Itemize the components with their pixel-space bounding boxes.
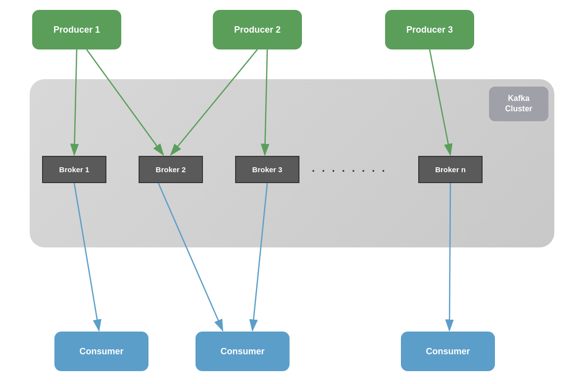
broker-dots-text: · · · · · · · · (312, 165, 387, 177)
kafka-cluster-text: KafkaCluster (505, 94, 532, 114)
consumer-3-box: Consumer (401, 332, 495, 371)
producer-2-box: Producer 2 (213, 10, 302, 49)
broker-1-label: Broker 1 (59, 165, 90, 174)
broker-n-box: Broker n (418, 156, 483, 183)
producer-2-label: Producer 2 (234, 25, 281, 35)
broker-1-box: Broker 1 (42, 156, 106, 183)
producer-3-label: Producer 3 (406, 25, 453, 35)
producer-1-label: Producer 1 (53, 25, 100, 35)
consumer-2-label: Consumer (220, 346, 264, 357)
consumer-1-label: Consumer (79, 346, 123, 357)
consumer-2-box: Consumer (196, 332, 290, 371)
diagram-container: KafkaCluster Producer 1 Producer 2 Produ… (0, 0, 588, 384)
producer-1-box: Producer 1 (32, 10, 121, 49)
broker-3-box: Broker 3 (235, 156, 299, 183)
broker-2-box: Broker 2 (139, 156, 203, 183)
producer-3-box: Producer 3 (385, 10, 474, 49)
consumer-1-box: Consumer (54, 332, 148, 371)
broker-2-label: Broker 2 (156, 165, 186, 174)
consumer-3-label: Consumer (426, 346, 470, 357)
broker-3-label: Broker 3 (252, 165, 283, 174)
broker-dots: · · · · · · · · (312, 165, 387, 178)
kafka-cluster-label: KafkaCluster (489, 87, 548, 121)
broker-n-label: Broker n (435, 165, 466, 174)
